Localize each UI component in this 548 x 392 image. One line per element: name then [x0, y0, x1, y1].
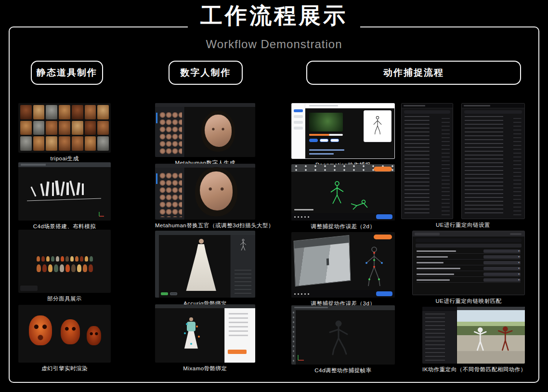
thumb-metahuman-face: Metahuman替换五官（或调整3d扫描头大型）	[155, 164, 255, 229]
decor-cell	[42, 264, 47, 272]
ue-chain-screenshot	[401, 103, 525, 219]
decor-cell	[85, 136, 96, 151]
deepmotion-screenshot	[291, 103, 395, 159]
workflow-slide: 工作流程展示 Workflow Demonstration 静态道具制作 数字人…	[0, 0, 548, 392]
character-head	[189, 317, 193, 321]
decor-cell	[298, 216, 299, 218]
digital-human-face	[205, 115, 232, 147]
thumb-mask-display: 部分面具展示	[18, 230, 111, 302]
toolbar	[155, 164, 255, 168]
decor-cell	[304, 293, 306, 295]
export-button	[374, 167, 392, 171]
decor-cell	[417, 277, 521, 283]
decor-cell	[20, 105, 32, 119]
decor-cell	[72, 105, 83, 119]
caption: IK动作重定向（不同骨骼匹配相同动作）	[422, 366, 525, 373]
decor-cell	[417, 260, 521, 265]
caption: Mixamo骨骼绑定	[155, 365, 255, 372]
outdoor-preview-scene	[457, 307, 525, 364]
decor-cell	[37, 256, 40, 261]
toolbar	[155, 231, 255, 235]
decor-cell	[71, 264, 76, 272]
caption: Metahuman替换五官（或调整3d扫描头大型）	[155, 222, 255, 229]
decor-cell	[33, 121, 45, 135]
decor-cell	[85, 256, 88, 261]
decor-cell	[46, 256, 50, 261]
character-torso	[187, 322, 196, 331]
decor-cell	[170, 292, 177, 295]
decor-cell	[90, 256, 93, 261]
bone-list-rows	[465, 116, 522, 216]
decor-cell	[97, 136, 109, 151]
decor-cell	[196, 326, 198, 327]
decor-cell	[59, 105, 70, 119]
decor-cell	[417, 272, 521, 277]
decor-cell	[161, 292, 168, 295]
decor-cell	[294, 127, 303, 130]
section-label: 数字人制作	[181, 66, 231, 79]
decor-cell	[190, 343, 192, 345]
caption: tripoai生成	[18, 155, 111, 162]
decor-cell	[59, 121, 70, 135]
decor-cell	[417, 266, 521, 271]
skeleton-overlay-3d	[291, 232, 395, 298]
page-title: 工作流程展示	[188, 1, 360, 31]
accurig-screenshot	[155, 231, 255, 298]
mask-render-small	[87, 326, 101, 345]
section-label: 动作捕捉流程	[383, 66, 444, 79]
decor-cell	[77, 264, 81, 272]
decor-cell	[304, 216, 306, 218]
thumb-mixamo: Mixamo骨骼绑定	[155, 304, 255, 372]
column-header-row	[416, 244, 522, 248]
decor-cell	[85, 121, 96, 135]
decor-cell	[60, 264, 64, 272]
thumb-ue-retarget-mapping: UE进行重定向链映射匹配	[412, 231, 525, 305]
character-pose-figure	[291, 305, 395, 365]
decor-cell	[33, 136, 45, 151]
source-video-preview	[309, 113, 343, 131]
decor-cell	[37, 264, 41, 272]
decor-cell	[33, 105, 45, 119]
link-line	[309, 149, 344, 151]
decor-cell	[294, 109, 303, 112]
skeleton-overlay-2d	[291, 164, 395, 221]
character-skirt	[184, 331, 198, 349]
decor-cell	[20, 136, 32, 151]
retarget-characters	[457, 307, 525, 364]
decor-cell	[301, 216, 302, 218]
thumb-tripoai-generation: tripoai生成	[18, 103, 111, 162]
decor-cell	[65, 264, 70, 272]
decor-cell	[48, 264, 52, 272]
c4d-framerate-screenshot	[291, 305, 395, 365]
mask-render-large	[29, 315, 52, 345]
ik-retarget-screenshot	[422, 307, 525, 364]
decor-cell	[41, 256, 45, 261]
section-header-digital-human: 数字人制作	[169, 61, 243, 85]
c4d-cloth-wireframe	[18, 162, 111, 221]
metahuman-face-screenshot	[155, 164, 255, 220]
autorigger-panel	[224, 308, 255, 363]
decor-cell	[294, 293, 296, 295]
toolbar	[155, 304, 255, 308]
player-action-button	[376, 291, 392, 296]
decor-cell	[184, 332, 186, 334]
thumb-ik-retarget: IK动作重定向（不同骨骼匹配相同动作）	[422, 307, 525, 373]
thumb-deepmotion: Deepmotion动作捕捉	[291, 103, 395, 169]
page-subtitle: Workflow Demonstration	[0, 38, 548, 51]
decor-cell	[54, 264, 58, 272]
decor-cell	[298, 293, 299, 295]
ue-bone-tree-panel-left	[401, 103, 453, 219]
c4d-screenshot	[18, 162, 111, 221]
decor-cell	[70, 256, 74, 261]
decor-cell	[417, 254, 521, 260]
mask-display-screenshot	[18, 230, 111, 293]
export-button	[374, 235, 392, 239]
caption: C4d调整动作捕捉帧率	[291, 367, 395, 374]
prop-row-front	[22, 264, 107, 272]
decor-cell	[59, 136, 70, 151]
editor-hud	[20, 286, 38, 291]
decor-cell	[72, 136, 83, 151]
action-buttons	[161, 292, 177, 295]
panel-header	[462, 104, 524, 108]
thumb-mocap-3d: 调整捕捉动作误差（3d）	[291, 232, 395, 307]
